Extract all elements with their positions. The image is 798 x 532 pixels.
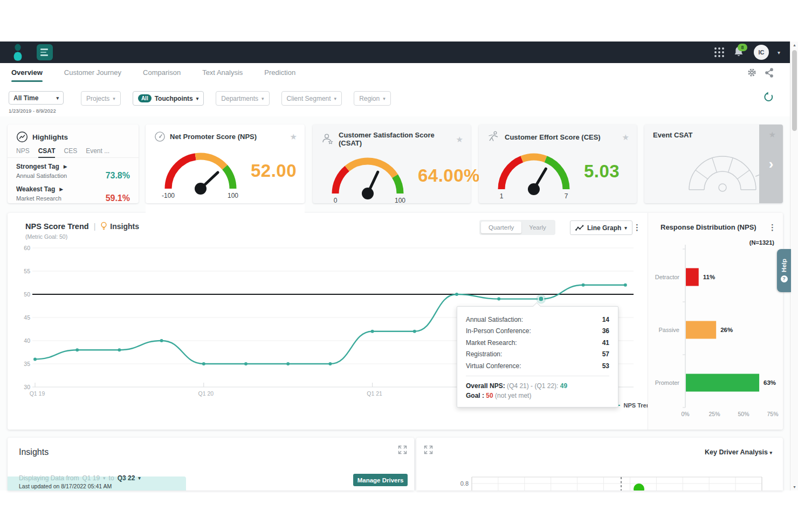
highlights-tab-event[interactable]: Event ... (86, 147, 109, 157)
chevron-down-icon: ▾ (196, 96, 199, 101)
scrollbar-thumb[interactable] (792, 50, 797, 131)
filter-client-segment[interactable]: Client Segment▾ (281, 91, 342, 106)
weakest-tag-label: Weakest Tag (16, 185, 55, 193)
app-switcher-menu-icon[interactable] (37, 44, 53, 60)
svg-text:0: 0 (334, 197, 338, 204)
svg-text:45: 45 (24, 314, 30, 321)
svg-text:0%: 0% (681, 411, 689, 417)
filter-touchpoints[interactable]: AllTouchpoints▾ (133, 91, 204, 106)
expand-icon[interactable] (398, 445, 407, 454)
metric-goal-subtitle: (Metric Goal: 50) (25, 233, 67, 240)
svg-text:Detractor: Detractor (655, 274, 680, 280)
chart-type-select[interactable]: Line Graph ▾ (570, 220, 632, 235)
filter-region[interactable]: Region▾ (354, 91, 391, 106)
insights-toggle[interactable]: Insights (100, 222, 139, 231)
insights-panel-title: Insights (19, 447, 49, 457)
kpi-value: 5.03 (584, 161, 620, 182)
filter-departments[interactable]: Departments▾ (216, 91, 269, 106)
tooltip-row-label: Annual Satisfaction: (466, 316, 523, 323)
overall-nps-period: (Q4 21) - (Q1 22): (507, 382, 558, 390)
expand-icon[interactable] (424, 445, 433, 454)
tooltip-row-value: 57 (602, 350, 609, 358)
question-mark-icon: ? (781, 275, 788, 282)
favorite-star-icon[interactable]: ★ (622, 133, 629, 141)
chevron-down-icon: ▾ (769, 450, 772, 455)
chevron-down-icon: ▾ (113, 96, 115, 101)
favorite-star-icon[interactable]: ★ (456, 135, 463, 143)
brand-logo-icon[interactable] (11, 43, 25, 61)
svg-text:55: 55 (24, 268, 30, 274)
insights-panel: Insights Displaying Data from Q1 19 ▾ to… (8, 438, 414, 490)
highlights-tab-nps[interactable]: NPS (16, 147, 30, 157)
svg-text:75%: 75% (767, 411, 778, 417)
all-badge: All (138, 94, 152, 102)
distribution-kebab-menu[interactable]: ⋮ (768, 223, 776, 231)
tab-text-analysis[interactable]: Text Analysis (202, 63, 243, 82)
chart-tooltip: Annual Satisfaction:14In-Person Conferen… (457, 306, 618, 407)
help-tab[interactable]: Help ? (777, 249, 791, 292)
kpi-card-title: Customer Effort Score (CES) (505, 133, 601, 141)
svg-text:50: 50 (24, 291, 30, 298)
highlights-tab-csat[interactable]: CSAT (38, 147, 56, 157)
time-range-filter[interactable]: All Time ▾ (9, 91, 64, 105)
refresh-icon[interactable] (763, 92, 774, 102)
tooltip-row: Market Research:41 (466, 337, 609, 349)
date-range-label: 1/23/2019 - 8/9/2022 (9, 108, 56, 114)
tooltip-row-label: Registration: (466, 350, 502, 358)
gauge: 17 (484, 142, 584, 201)
favorite-star-icon[interactable]: ★ (290, 133, 297, 141)
weakest-tag-row[interactable]: Weakest Tag ▶ (8, 181, 139, 193)
line-chart-icon (575, 225, 584, 231)
chevron-down-icon: ▾ (383, 96, 386, 101)
nps-score-trend-panel: NPS Score Trend | Insights (Metric Goal:… (8, 213, 783, 430)
account-menu-chevron-down-icon[interactable]: ▾ (778, 50, 780, 56)
svg-text:Passive: Passive (658, 327, 679, 333)
key-driver-chart[interactable]: 0.8 (416, 472, 783, 490)
filter-label: Region (359, 95, 380, 102)
strongest-tag-value: 73.8% (106, 171, 130, 181)
chevron-down-icon: ▾ (334, 96, 337, 101)
last-updated-text: Last updated on 8/17/2022 05:41 AM (19, 483, 112, 489)
highlights-tab-ces[interactable]: CES (64, 147, 77, 157)
strongest-tag-name: Annual Satisfaction (16, 172, 67, 179)
gauge: -100100 (151, 141, 251, 201)
svg-text:Promoter: Promoter (655, 379, 680, 386)
manage-drivers-button[interactable]: Manage Drivers (353, 474, 408, 486)
key-driver-analysis-select[interactable]: Key Driver Analysis ▾ (705, 448, 772, 456)
trend-kebab-menu[interactable]: ⋮ (633, 223, 641, 231)
tab-comparison[interactable]: Comparison (143, 63, 181, 82)
tab-customer-journey[interactable]: Customer Journey (64, 63, 121, 82)
tab-prediction[interactable]: Prediction (264, 63, 295, 82)
apps-grid-icon[interactable] (714, 47, 725, 58)
kpi-card-title: Event CSAT (653, 131, 692, 139)
tooltip-row: In-Person Conference:36 (466, 326, 609, 337)
toggle-yearly[interactable]: Yearly (521, 222, 554, 233)
overall-nps-value: 49 (560, 382, 567, 390)
strongest-tag-label: Strongest Tag (16, 163, 59, 170)
carousel-next-control[interactable]: ›★ (759, 125, 783, 203)
settings-gear-icon[interactable] (747, 67, 757, 78)
strongest-tag-row[interactable]: Strongest Tag ▶ (8, 158, 139, 170)
highlights-card: Highlights NPSCSATCESEvent ... Strongest… (8, 125, 139, 203)
svg-text:Q1 20: Q1 20 (198, 390, 214, 397)
tooltip-row: Virtual Conference:53 (466, 360, 609, 372)
notifications-bell-icon[interactable]: 8 (733, 46, 745, 59)
last-updated-overlay: Last updated on 8/17/2022 05:41 AM (8, 476, 186, 490)
selected-card-connector (146, 202, 305, 215)
vertical-scrollbar[interactable]: ▲ ▼ (790, 42, 798, 490)
kpi-card-csat: Customer Satisfaction Score (CSAT)★01006… (313, 125, 471, 203)
app-root: 8 IC ▾ OverviewCustomer JourneyCompariso… (0, 0, 798, 532)
goal-label: Goal : (466, 392, 484, 399)
person-effort-icon (487, 131, 500, 143)
kpi-card-ces: Customer Effort Score (CES)★175.03 (479, 125, 637, 203)
chevron-down-icon: ▾ (56, 95, 59, 101)
share-icon[interactable] (765, 68, 774, 78)
tab-overview[interactable]: Overview (11, 63, 43, 82)
scroll-down-arrow-icon[interactable]: ▼ (790, 485, 798, 489)
user-avatar[interactable]: IC (754, 45, 769, 60)
distribution-bar-chart[interactable]: Detractor11%Passive26%Promoter63%0%25%50… (648, 237, 783, 423)
filter-projects[interactable]: Projects▾ (81, 91, 121, 106)
toggle-quarterly[interactable]: Quarterly (481, 222, 521, 233)
scroll-up-arrow-icon[interactable]: ▲ (790, 43, 798, 47)
favorite-star-icon: ★ (769, 130, 776, 140)
